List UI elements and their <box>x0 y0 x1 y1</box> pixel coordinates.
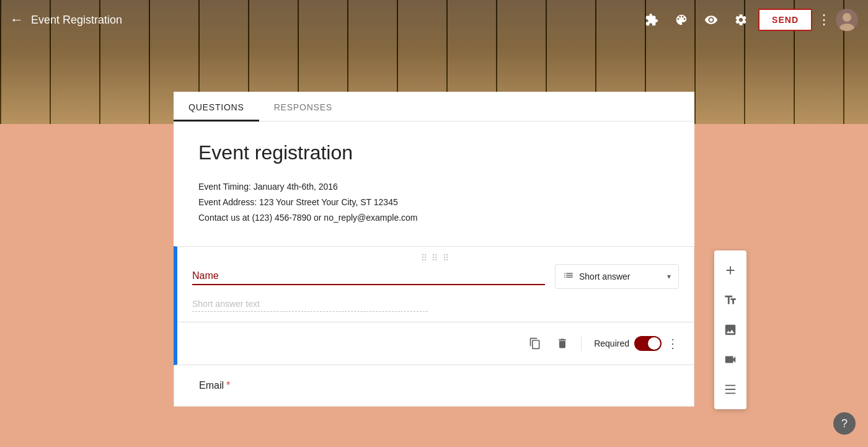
form-description: Event Timing: January 4th-6th, 2016 Even… <box>198 179 670 226</box>
question-type-selector[interactable]: Short answer ▾ <box>555 264 679 289</box>
tab-questions[interactable]: QUESTIONS <box>174 95 259 122</box>
send-button[interactable]: SEND <box>758 9 812 31</box>
settings-icon[interactable] <box>728 7 753 32</box>
add-title-button[interactable] <box>714 285 746 315</box>
form-header-card: Event registration Event Timing: January… <box>174 122 694 246</box>
tab-responses[interactable]: RESPONSES <box>259 95 347 122</box>
palette-icon[interactable] <box>669 7 694 32</box>
question-type-label: Short answer <box>579 272 662 281</box>
toggle-knob <box>648 337 660 350</box>
svg-point-1 <box>843 13 851 22</box>
footer-more-icon[interactable]: ⋮ <box>666 336 679 351</box>
top-bar: ← Event Registration SEND ⋮ <box>0 0 868 40</box>
question-top-row: Short answer ▾ <box>192 264 679 289</box>
add-section-button[interactable] <box>714 374 746 404</box>
puzzle-icon[interactable] <box>639 7 664 32</box>
email-label: Email <box>199 380 224 391</box>
question-footer: Required ⋮ <box>192 332 679 355</box>
toggle-track[interactable] <box>634 336 662 351</box>
email-card: Email* <box>174 365 694 407</box>
right-toolbar <box>714 250 746 409</box>
more-vert-icon[interactable]: ⋮ <box>817 12 831 28</box>
question-card-name: ⠿ ⠿ ⠿ Short answer ▾ Short answer text R… <box>174 246 694 365</box>
help-button[interactable]: ? <box>833 412 856 435</box>
top-bar-left: ← Event Registration <box>10 12 122 28</box>
app-title: Event Registration <box>31 14 122 27</box>
footer-divider <box>581 336 582 351</box>
question-input[interactable] <box>192 268 545 285</box>
email-required-asterisk: * <box>226 380 230 391</box>
add-question-button[interactable] <box>714 255 746 285</box>
form-desc-line1: Event Timing: January 4th-6th, 2016 <box>198 179 670 195</box>
answer-placeholder: Short answer text <box>192 299 428 312</box>
top-bar-right: SEND ⋮ <box>639 7 858 32</box>
chevron-down-icon: ▾ <box>667 272 671 281</box>
add-video-button[interactable] <box>714 345 746 374</box>
bg-left <box>0 124 174 447</box>
avatar[interactable] <box>836 9 858 31</box>
question-type-icon <box>563 270 574 283</box>
delete-button[interactable] <box>551 332 574 355</box>
preview-icon[interactable] <box>699 7 724 32</box>
copy-button[interactable] <box>524 332 546 355</box>
tabs-bar: QUESTIONS RESPONSES <box>174 92 694 122</box>
add-image-button[interactable] <box>714 315 746 345</box>
required-toggle[interactable] <box>634 336 662 351</box>
required-label: Required <box>594 339 629 348</box>
form-desc-line2: Event Address: 123 Your Street Your City… <box>198 195 670 210</box>
question-divider <box>177 322 694 322</box>
back-button[interactable]: ← <box>10 12 24 28</box>
form-desc-line3: Contact us at (123) 456-7890 or no_reply… <box>198 210 670 226</box>
form-title: Event registration <box>198 141 670 164</box>
drag-handle[interactable]: ⠿ ⠿ ⠿ <box>421 253 451 263</box>
main-content: QUESTIONS RESPONSES Event registration E… <box>174 92 694 447</box>
